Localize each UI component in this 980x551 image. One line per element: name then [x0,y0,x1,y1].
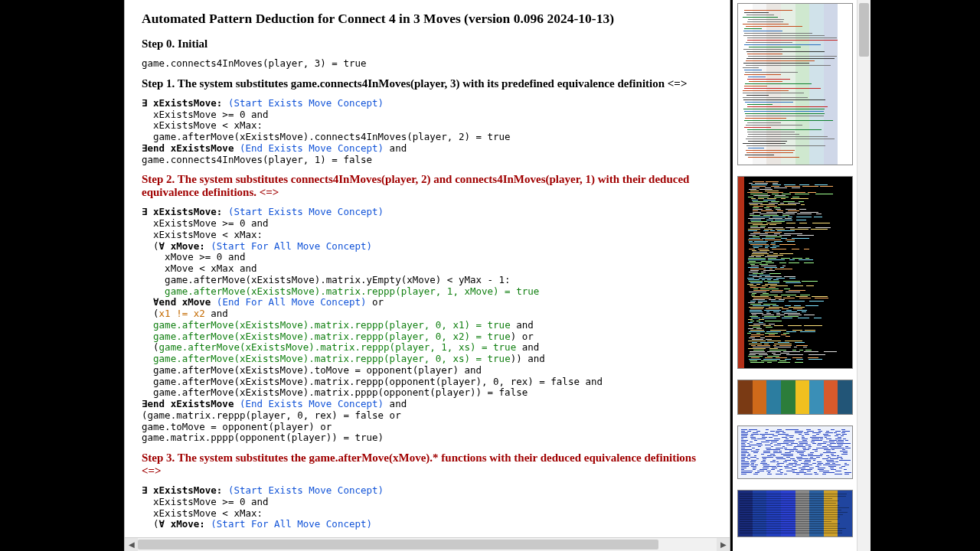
scroll-thumb[interactable] [138,540,658,549]
code-line: and [516,341,539,353]
code-concept: (Start Exists Move Concept) [222,97,384,109]
code-line: and [384,142,407,154]
code-exists-close: ∃end xExistsMove [142,142,234,154]
code-line: game.afterMove(xExistsMove).matrix.yEmpt… [142,274,511,285]
code-match-line: game.afterMove(xExistsMove).matrix.reppp… [153,331,511,342]
thumbnail-sidebar [733,0,871,551]
code-line: or [367,296,384,308]
step0-heading: Step 0. Initial [142,37,713,51]
code-line: game.connects4InMoves(player, 3) = true [142,57,367,69]
code-line: and [384,398,407,409]
code-line: and [205,308,228,319]
code-line: game.matrix.pppp(opponent(player)) = tru… [142,432,384,443]
scroll-thumb[interactable] [859,3,869,57]
code-line: game.afterMove(xExistsMove).toMove = opp… [142,364,482,376]
code-line: xMove >= 0 and [142,251,245,262]
code-step1: ∃ xExistsMove: (Start Exists Move Concep… [142,98,713,166]
code-forall-open: ∀ xMove: [159,518,205,530]
code-exists-open: ∃ xExistsMove: [142,97,222,109]
code-concept: (End For All Move Concept) [211,296,366,308]
code-concept: (Start Exists Move Concept) [222,206,384,217]
code-line: game.afterMove(xExistsMove).matrix.pppp(… [142,386,528,398]
scroll-left-arrow-icon[interactable]: ◀ [125,538,138,551]
code-concept: (End Exists Move Concept) [234,142,384,154]
step1-heading: Step 1. The system substitutes game.conn… [142,77,713,90]
code-line: game.afterMove(xExistsMove).connects4InM… [142,131,511,142]
horizontal-scrollbar[interactable]: ◀ ▶ [125,537,730,551]
scroll-track[interactable] [138,538,717,551]
code-line [142,319,153,331]
code-match-line: game.afterMove(xExistsMove).matrix.reppp… [153,353,511,364]
code-match-line: game.afterMove(xExistsMove).matrix.reppp… [153,319,511,331]
code-step3: ∃ xExistsMove: (Start Exists Move Concep… [142,485,713,530]
code-exists-close: ∃end xExistsMove [142,398,234,409]
thumbnail-3[interactable] [737,380,853,415]
code-line: and [511,319,534,331]
code-line: xExistsMove >= 0 and [142,217,269,229]
page-title: Automated Pattern Deduction for Connect … [142,11,713,27]
code-line: ) or [511,331,534,342]
code-line [142,353,153,364]
step2-heading: Step 2. The system substitutes connects4… [142,173,713,199]
thumbnail-1[interactable] [737,3,853,165]
document-body: Automated Pattern Deduction for Connect … [125,0,730,537]
code-line [142,331,153,342]
code-concept: (Start For All Move Concept) [205,518,372,530]
document-frame: Automated Pattern Deduction for Connect … [124,0,730,551]
code-concept: (End Exists Move Concept) [234,398,384,409]
code-line: xExistsMove >= 0 and [142,496,269,507]
code-forall-open: ∀ xMove: [159,240,205,252]
code-concept: (Start For All Move Concept) [205,240,372,252]
thumbnail-2[interactable] [737,176,853,369]
code-line: xExistsMove < xMax: [142,119,263,131]
code-step2: ∃ xExistsMove: (Start Exists Move Concep… [142,207,713,444]
code-line [142,296,153,308]
code-exists-open: ∃ xExistsMove: [142,206,222,217]
code-line: game.toMove = opponent(player) or [142,421,332,432]
vertical-scrollbar[interactable] [857,0,871,551]
code-line: xExistsMove >= 0 and [142,109,269,120]
code-line: ( [142,518,159,530]
code-line: ( [142,308,159,319]
code-concept: (Start Exists Move Concept) [222,484,384,496]
code-line: (game.matrix.reppp(player, 0, rex) = fal… [142,409,401,421]
code-line: ( [142,341,159,353]
code-line: xExistsMove < xMax: [142,229,263,240]
code-line: xExistsMove < xMax: [142,507,263,519]
scroll-right-arrow-icon[interactable]: ▶ [717,538,730,551]
code-line: game.connects4InMoves(player, 1) = false [142,154,372,165]
thumbnail-4[interactable] [737,425,853,479]
code-exists-open: ∃ xExistsMove: [142,484,222,496]
code-line: game.afterMove(xExistsMove).matrix.reppp… [142,376,603,387]
right-padding [871,0,980,551]
code-match-line: game.afterMove(xExistsMove).matrix.reppp… [142,285,539,297]
code-line: xMove < xMax and [142,262,257,274]
code-match-line: game.afterMove(xExistsMove).matrix.reppp… [159,341,517,353]
code-line: ( [142,240,159,252]
code-step0: game.connects4InMoves(player, 3) = true [142,58,713,70]
code-var: x1 != x2 [159,308,205,319]
code-line: )) and [511,353,545,364]
code-forall-close: ∀end xMove [153,296,211,308]
step3-heading: Step 3. The system substitutes the game.… [142,452,713,478]
thumbnail-5[interactable] [737,490,853,537]
